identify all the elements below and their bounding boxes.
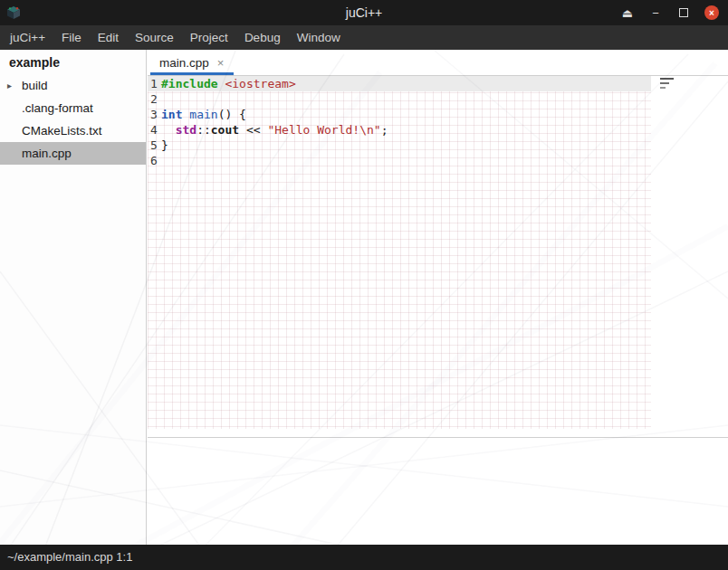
code-token: main: [189, 108, 217, 121]
code-token: cout: [211, 123, 239, 137]
code-token: [161, 123, 176, 137]
code-token: }: [161, 138, 168, 152]
menu-item-file[interactable]: File: [53, 25, 90, 50]
code-line-4[interactable]: 4 std::cout << "Hello World!\n";: [148, 122, 651, 138]
code-token: ::: [196, 123, 211, 137]
output-panel[interactable]: [148, 437, 728, 545]
line-number: 6: [148, 153, 161, 168]
menu-item-edit[interactable]: Edit: [90, 25, 127, 50]
maximize-icon: [679, 8, 688, 17]
tree-item-label: main.cpp: [22, 147, 72, 160]
menu-item-window[interactable]: Window: [289, 25, 349, 50]
code-editor[interactable]: 1#include <iostream>23int main() {4 std:…: [148, 76, 728, 437]
window-controls: ⏏ − ×: [620, 0, 719, 25]
line-number: 4: [148, 122, 161, 138]
keep-above-button[interactable]: ⏏: [620, 5, 635, 20]
code-text: std::cout << "Hello World!\n";: [161, 123, 388, 137]
code-token: () {: [218, 108, 246, 121]
minimap-line: [660, 87, 666, 89]
code-token: int: [161, 108, 182, 121]
tree-item-clang-format[interactable]: .clang-format: [0, 97, 146, 119]
tree-root-folder[interactable]: example: [0, 50, 146, 74]
code-token: #include: [161, 77, 218, 90]
code-text: int main() {: [161, 108, 246, 121]
code-lines: 1#include <iostream>23int main() {4 std:…: [148, 76, 728, 168]
file-tree: ▸build.clang-formatCMakeLists.txtmain.cp…: [0, 74, 146, 165]
scroll-minimap[interactable]: [660, 78, 680, 91]
menu-item-juci[interactable]: juCi++: [2, 25, 53, 50]
tree-item-main-cpp[interactable]: main.cpp: [0, 142, 146, 165]
code-token: "Hello World!\n": [267, 123, 380, 137]
close-button[interactable]: ×: [704, 5, 719, 20]
close-icon: ×: [709, 8, 714, 18]
tab-close-icon[interactable]: ×: [217, 56, 225, 70]
menu-item-source[interactable]: Source: [127, 25, 182, 50]
minimap-line: [660, 78, 674, 80]
code-line-1[interactable]: 1#include <iostream>: [148, 76, 651, 91]
code-line-2[interactable]: 2: [148, 91, 651, 107]
menu-item-project[interactable]: Project: [182, 25, 236, 50]
status-file-path: ~/example/main.cpp 1:1: [7, 550, 132, 564]
code-text: }: [161, 138, 168, 152]
line-number: 2: [148, 91, 161, 107]
main-content: main.cpp× 1#include <iostream>23int main…: [148, 50, 728, 545]
expand-arrow-icon[interactable]: ▸: [7, 81, 22, 90]
code-line-5[interactable]: 5}: [148, 138, 651, 153]
code-token: <iostream>: [225, 77, 295, 90]
line-number: 3: [148, 107, 161, 122]
code-token: <<: [239, 123, 267, 137]
tab-bar: main.cpp×: [148, 50, 728, 76]
tree-item-label: .clang-format: [22, 101, 93, 115]
minimize-button[interactable]: −: [648, 5, 663, 20]
line-number: 1: [148, 76, 161, 91]
tab-label: main.cpp: [159, 56, 209, 70]
minimize-icon: −: [652, 6, 659, 20]
eject-icon: ⏏: [622, 6, 633, 20]
title-bar: juCi++ ⏏ − ×: [0, 0, 728, 25]
tree-item-label: build: [22, 79, 48, 92]
tab-main-cpp[interactable]: main.cpp×: [150, 50, 234, 75]
code-token: std: [176, 123, 196, 137]
window-title: juCi++: [0, 0, 728, 25]
line-number: 5: [148, 138, 161, 153]
menu-bar: juCi++FileEditSourceProjectDebugWindow: [0, 25, 728, 50]
menu-item-debug[interactable]: Debug: [236, 25, 289, 50]
app-window: juCi++ ⏏ − × juCi++FileEditSourceProject…: [0, 0, 728, 570]
file-tree-panel: example ▸build.clang-formatCMakeLists.tx…: [0, 50, 147, 545]
code-line-6[interactable]: 6: [148, 153, 651, 168]
tree-item-build[interactable]: ▸build: [0, 74, 146, 97]
tree-item-cmakelists-txt[interactable]: CMakeLists.txt: [0, 119, 146, 142]
status-bar: ~/example/main.cpp 1:1: [0, 545, 728, 570]
minimap-line: [660, 82, 669, 84]
code-line-3[interactable]: 3int main() {: [148, 107, 651, 122]
code-text: #include <iostream>: [161, 77, 296, 90]
tree-item-label: CMakeLists.txt: [22, 124, 102, 138]
code-token: ;: [381, 123, 388, 137]
maximize-button[interactable]: [676, 5, 691, 20]
